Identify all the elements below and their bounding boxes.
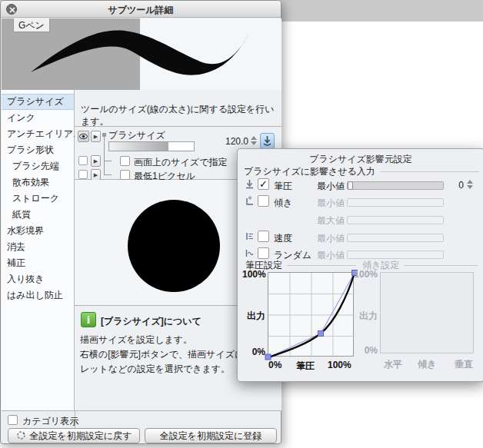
reset-all-settings-button[interactable]: 全設定を初期設定に戻す: [8, 428, 140, 443]
y-axis-100-label: 100%: [242, 269, 265, 280]
reset-sync-icon: [16, 430, 26, 440]
visibility-toggle-checkbox[interactable]: [78, 170, 88, 179]
category-description: ツールのサイズ(線の太さ)に関する設定を行います。: [81, 103, 277, 128]
brush-size-value[interactable]: 120.0: [218, 136, 248, 147]
sidebar-item-brush-size[interactable]: ブラシサイズ: [2, 94, 74, 110]
tab-g-pen[interactable]: Gペン: [13, 18, 50, 32]
y-axis-0-label: 0%: [242, 347, 265, 357]
popup-title: ブラシサイズ影響元設定: [238, 153, 483, 166]
sidebar-item-texture[interactable]: 紙質: [2, 207, 74, 223]
random-min-slider: [347, 251, 444, 259]
y-axis-100-label: 100%: [353, 269, 378, 280]
pen-pressure-label: 筆圧: [274, 180, 292, 193]
register-default-button[interactable]: 全設定を初期設定に登録: [145, 428, 277, 443]
random-icon: [244, 247, 255, 259]
min-1-pixel-checkbox[interactable]: [120, 170, 130, 180]
velocity-min-slider: [347, 234, 444, 242]
input-group-label: ブラシサイズに影響させる入力: [244, 165, 375, 178]
velocity-checkbox[interactable]: [258, 231, 269, 242]
tree-connector: [104, 137, 105, 175]
visibility-toggle-button[interactable]: [78, 131, 89, 142]
influence-arrow-icon: [261, 134, 274, 148]
slider-handle[interactable]: [348, 181, 353, 190]
random-checkbox[interactable]: [258, 247, 269, 259]
pen-pressure-min-value[interactable]: 0: [450, 180, 464, 191]
max-value-label: 最大値: [317, 214, 345, 227]
window-title: サブツール詳細: [1, 4, 281, 17]
x-axis-100-label: 100%: [328, 360, 351, 370]
pressure-curve-svg: [268, 273, 355, 357]
category-display-row: カテゴリ表示: [2, 410, 281, 427]
checkmark-icon: ✓: [259, 178, 268, 190]
tilt-label: 傾き: [274, 197, 292, 210]
x-axis-0-label: 0%: [268, 360, 281, 370]
tilt-curve-editor: [380, 272, 474, 353]
expander-arrow-icon[interactable]: ▶: [91, 155, 101, 167]
register-button-label: 全設定を初期設定に登録: [160, 430, 262, 441]
y-axis-0-label: 0%: [353, 345, 378, 356]
divider: [404, 265, 478, 266]
onscreen-size-label: 画面上のサイズで指定: [134, 156, 227, 169]
sidebar-item-ink[interactable]: インク: [2, 110, 74, 126]
pen-pressure-stepper[interactable]: [467, 179, 474, 190]
pen-pressure-icon: [244, 178, 255, 190]
category-display-label: カテゴリ表示: [22, 415, 78, 428]
divider: [287, 265, 356, 266]
info-title: [ブラシサイズ]について: [101, 315, 202, 328]
stroke-preview: Gペン: [2, 18, 281, 90]
x-axis-vertical-label: 垂直: [455, 358, 473, 371]
sidebar-item-stroke[interactable]: ストローク: [2, 191, 74, 207]
info-icon: i: [81, 312, 96, 327]
tree-connector: [104, 174, 112, 175]
onscreen-size-checkbox[interactable]: [120, 156, 130, 166]
reset-button-label: 全設定を初期設定に戻す: [30, 430, 132, 441]
brush-size-slider-fill: [109, 142, 168, 151]
category-list: ブラシサイズ インク アンチエイリアス ブラシ形状 ブラシ先端 散布効果 ストロ…: [2, 90, 75, 410]
y-axis-output-label: 出力: [242, 310, 265, 323]
titlebar[interactable]: サブツール詳細: [1, 1, 281, 18]
eye-icon: [78, 131, 88, 141]
pen-pressure-checkbox[interactable]: ✓: [258, 178, 269, 190]
influence-settings-popup: ブラシサイズ影響元設定 ブラシサイズに影響させる入力 ✓ 筆圧 最小値 0 傾き…: [237, 148, 483, 382]
min-value-label: 最小値: [317, 197, 345, 210]
brush-size-slider[interactable]: [108, 141, 195, 151]
visibility-toggle-checkbox[interactable]: [78, 156, 88, 165]
sidebar-item-correction[interactable]: 補正: [2, 255, 74, 271]
sidebar-item-watercolor-edge[interactable]: 水彩境界: [2, 223, 74, 239]
sidebar-item-start-end[interactable]: 入り抜き: [2, 271, 74, 287]
y-axis-output-label: 出力: [353, 310, 378, 323]
sidebar-item-brush-tip[interactable]: ブラシ先端: [2, 158, 74, 174]
footer-buttons: 全設定を初期設定に戻す 全設定を初期設定に登録: [2, 427, 281, 444]
pen-pressure-min-slider[interactable]: [347, 181, 444, 190]
velocity-label: 速度: [274, 232, 292, 245]
sidebar-item-brush-shape[interactable]: ブラシ形状: [2, 142, 74, 158]
tilt-checkbox[interactable]: [258, 195, 269, 207]
min-value-label: 最小値: [317, 232, 345, 245]
x-axis-horizontal-label: 水平: [384, 358, 402, 371]
sidebar-item-erase[interactable]: 消去: [2, 239, 74, 255]
tree-connector: [104, 161, 112, 161]
tilt-max-slider: [347, 216, 444, 224]
sidebar-item-prevent-overflow[interactable]: はみ出し防止: [2, 287, 74, 304]
divider: [380, 171, 479, 172]
sidebar-item-antialias[interactable]: アンチエイリアス: [2, 126, 74, 142]
sidebar-item-spraying[interactable]: 散布効果: [2, 174, 74, 191]
pressure-curve-editor[interactable]: [268, 272, 354, 357]
expander-arrow-icon[interactable]: ▶: [91, 131, 101, 142]
tilt-icon: [244, 195, 255, 207]
brush-size-label: ブラシサイズ: [108, 129, 165, 142]
brush-tip-circle: [128, 200, 220, 292]
x-axis-tilt-label: 傾き: [418, 358, 436, 371]
expander-arrow-icon[interactable]: ▶: [91, 169, 101, 181]
tilt-min-slider: [347, 198, 444, 207]
x-axis-pressure-label: 筆圧: [296, 360, 315, 373]
min-value-label: 最小値: [317, 180, 345, 193]
influence-source-button[interactable]: [260, 133, 275, 149]
velocity-icon: [244, 231, 255, 242]
brush-size-stepper[interactable]: [251, 135, 258, 146]
category-display-checkbox[interactable]: [8, 415, 18, 425]
